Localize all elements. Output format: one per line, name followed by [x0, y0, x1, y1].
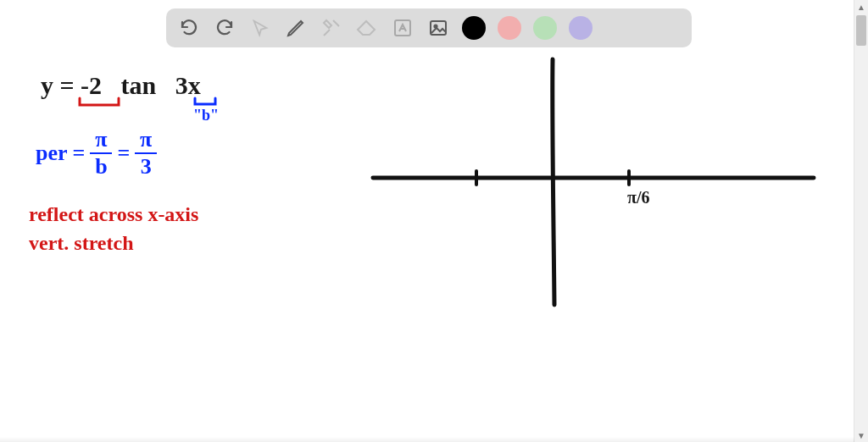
period-line: per = π b = π 3 — [36, 129, 157, 178]
pencil-button[interactable] — [281, 14, 310, 42]
eq-argcoef: 3 — [175, 71, 188, 99]
vertical-scrollbar[interactable]: ▲ ▼ — [854, 0, 868, 442]
tools-button[interactable] — [317, 14, 346, 42]
swatch-purple — [569, 16, 593, 40]
scroll-down-arrow[interactable]: ▼ — [854, 428, 868, 442]
per-num1: π — [95, 129, 107, 151]
swatch-black — [462, 16, 486, 40]
eq-equals: = — [60, 71, 75, 99]
equation-line: y = -2 tan 3x — [41, 71, 201, 100]
hammer-wrench-icon — [321, 18, 342, 38]
image-icon — [428, 18, 448, 38]
whiteboard-canvas[interactable]: y = -2 tan 3x "b" per = π b = π 3 reflec… — [0, 51, 854, 442]
b-label: "b" — [193, 107, 219, 124]
note-stretch: vert. stretch — [29, 232, 134, 255]
eraser-icon — [356, 19, 378, 36]
per-label: per — [36, 141, 68, 166]
undo-button[interactable] — [175, 14, 203, 42]
scrollbar-thumb[interactable] — [856, 15, 866, 46]
eq-lhs: y — [41, 71, 53, 99]
per-eq: = — [73, 141, 86, 166]
coef-bracket — [78, 97, 120, 112]
scroll-up-arrow[interactable]: ▲ — [854, 0, 868, 14]
text-button[interactable] — [388, 14, 417, 42]
swatch-green — [533, 16, 557, 40]
redo-button[interactable] — [210, 14, 239, 42]
drawing-toolbar — [166, 8, 692, 47]
color-black[interactable] — [459, 14, 488, 42]
eq-fn: tan — [121, 71, 157, 99]
pointer-button[interactable] — [246, 14, 275, 42]
per-num2: π — [140, 129, 152, 151]
axes-sketch — [356, 51, 839, 356]
text-icon — [392, 18, 413, 38]
redo-icon — [214, 18, 235, 38]
eraser-button[interactable] — [353, 14, 381, 42]
x-tick-label: π/6 — [627, 186, 650, 208]
footer-shadow — [0, 437, 854, 442]
color-purple[interactable] — [566, 14, 595, 42]
per-den1: b — [95, 156, 107, 178]
color-green[interactable] — [531, 14, 559, 42]
undo-icon — [179, 18, 199, 38]
eq-argvar: x — [188, 71, 201, 99]
image-button[interactable] — [424, 14, 453, 42]
per-eq2: = — [117, 141, 130, 166]
pencil-icon — [286, 18, 306, 38]
eq-coef: -2 — [81, 71, 102, 99]
swatch-red — [498, 16, 521, 40]
per-den2: 3 — [141, 156, 152, 178]
pointer-icon — [251, 19, 270, 37]
color-red[interactable] — [495, 14, 524, 42]
note-reflect: reflect across x-axis — [29, 203, 198, 226]
